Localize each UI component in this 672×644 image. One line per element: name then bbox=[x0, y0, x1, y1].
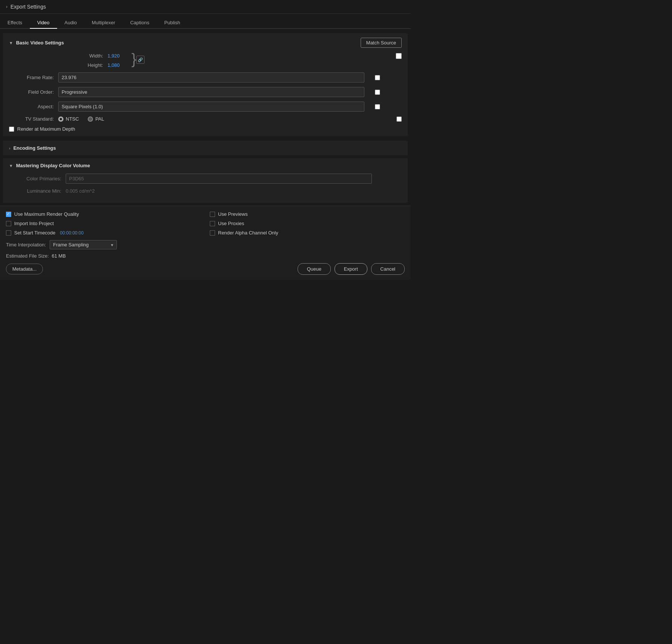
bracket-connector: } 🔗 bbox=[131, 53, 144, 66]
set-start-timecode-option[interactable]: Set Start Timecode 00:00:00:00 bbox=[6, 230, 201, 236]
mastering-display-title: Mastering Display Color Volume bbox=[16, 163, 90, 168]
ntsc-label: NTSC bbox=[66, 116, 79, 122]
tab-publish[interactable]: Publish bbox=[157, 17, 188, 28]
link-icon[interactable]: 🔗 bbox=[136, 56, 144, 64]
set-start-timecode-checkbox[interactable] bbox=[6, 230, 11, 236]
export-settings-title: Export Settings bbox=[10, 4, 46, 10]
width-value: 1,920 bbox=[108, 53, 130, 59]
ntsc-radio[interactable]: NTSC bbox=[58, 116, 79, 122]
set-start-timecode-label: Set Start Timecode bbox=[14, 230, 56, 236]
render-max-depth-label: Render at Maximum Depth bbox=[17, 126, 75, 132]
use-proxies-checkbox[interactable] bbox=[210, 221, 215, 226]
basic-video-settings-section: ▼ Basic Video Settings Match Source Widt… bbox=[3, 33, 408, 136]
dimensions-row: Width: 1,920 Height: 1,080 } 🔗 bbox=[9, 53, 402, 68]
aspect-checkbox[interactable] bbox=[375, 104, 380, 109]
tv-standard-checkbox[interactable] bbox=[396, 116, 402, 122]
use-proxies-option[interactable]: Use Proxies bbox=[210, 221, 405, 226]
basic-video-settings-title: Basic Video Settings bbox=[16, 40, 64, 46]
tv-standard-label: TV Standard: bbox=[9, 116, 54, 122]
color-primaries-row: Color Primaries: P3D65 bbox=[9, 174, 402, 184]
tab-captions[interactable]: Captions bbox=[123, 17, 157, 28]
encoding-chevron-icon: › bbox=[9, 146, 10, 150]
basic-video-chevron-icon: ▼ bbox=[9, 41, 13, 45]
ntsc-radio-inner bbox=[60, 118, 62, 120]
color-primaries-select-wrapper: P3D65 bbox=[66, 174, 379, 184]
use-previews-checkbox[interactable] bbox=[210, 212, 215, 217]
cancel-button[interactable]: Cancel bbox=[371, 263, 405, 275]
time-interpolation-label: Time Interpolation: bbox=[6, 242, 46, 248]
color-primaries-label: Color Primaries: bbox=[9, 176, 61, 181]
bracket-icon: } bbox=[131, 52, 136, 66]
color-primaries-select[interactable]: P3D65 bbox=[66, 174, 372, 184]
render-alpha-only-checkbox[interactable] bbox=[210, 230, 215, 236]
field-order-checkbox[interactable] bbox=[375, 90, 380, 95]
frame-rate-select-wrapper: 23.976 24 25 29.97 30 50 59.94 60 bbox=[58, 72, 372, 83]
render-max-depth-checkbox[interactable] bbox=[9, 127, 14, 132]
time-interpolation-select[interactable]: Frame Sampling Frame Blending Optical Fl… bbox=[50, 240, 117, 249]
tv-standard-row: TV Standard: NTSC PAL bbox=[9, 116, 402, 122]
metadata-button[interactable]: Metadata... bbox=[6, 264, 43, 274]
use-previews-option[interactable]: Use Previews bbox=[210, 211, 405, 217]
import-into-project-option[interactable]: Import Into Project bbox=[6, 221, 201, 226]
queue-button[interactable]: Queue bbox=[298, 263, 331, 275]
mastering-display-section: ▼ Mastering Display Color Volume Color P… bbox=[3, 158, 408, 203]
main-content: ▼ Basic Video Settings Match Source Widt… bbox=[0, 29, 411, 206]
export-settings-header: › Export Settings bbox=[0, 0, 411, 14]
aspect-select-wrapper: Square Pixels (1.0) D1/DV NTSC (0.9091) … bbox=[58, 102, 372, 112]
aspect-select[interactable]: Square Pixels (1.0) D1/DV NTSC (0.9091) … bbox=[58, 102, 364, 112]
action-buttons: Metadata... Queue Export Cancel bbox=[6, 263, 405, 275]
luminance-min-label: Luminance Min: bbox=[9, 188, 61, 194]
width-label: Width: bbox=[58, 53, 103, 59]
tv-standard-radio-group: NTSC PAL bbox=[58, 116, 393, 122]
import-into-project-label: Import Into Project bbox=[14, 221, 54, 226]
right-action-buttons: Queue Export Cancel bbox=[298, 263, 405, 275]
pal-radio[interactable]: PAL bbox=[88, 116, 104, 122]
import-into-project-checkbox[interactable] bbox=[6, 221, 11, 226]
height-value: 1,080 bbox=[108, 62, 130, 68]
match-source-button[interactable]: Match Source bbox=[361, 38, 402, 48]
luminance-min-row: Luminance Min: 0.005 cd/m^2 bbox=[9, 188, 402, 194]
tab-effects[interactable]: Effects bbox=[0, 17, 30, 28]
width-row: Width: 1,920 bbox=[58, 53, 130, 59]
render-alpha-only-option[interactable]: Render Alpha Channel Only bbox=[210, 230, 405, 236]
export-button[interactable]: Export bbox=[335, 263, 367, 275]
bottom-bar: Use Maximum Render Quality Use Previews … bbox=[0, 206, 411, 280]
tab-audio[interactable]: Audio bbox=[57, 17, 84, 28]
use-max-render-quality-option[interactable]: Use Maximum Render Quality bbox=[6, 211, 201, 217]
frame-rate-row: Frame Rate: 23.976 24 25 29.97 30 50 59.… bbox=[9, 72, 402, 83]
mastering-display-header: ▼ Mastering Display Color Volume bbox=[9, 163, 402, 168]
mastering-chevron-icon: ▼ bbox=[9, 164, 13, 168]
timecode-value: 00:00:00:00 bbox=[60, 230, 84, 236]
aspect-label: Aspect: bbox=[9, 104, 54, 109]
frame-rate-checkbox[interactable] bbox=[375, 75, 380, 80]
height-label: Height: bbox=[58, 62, 103, 68]
estimated-file-size-label: Estimated File Size: bbox=[6, 253, 49, 259]
estimated-file-size-row: Estimated File Size: 61 MB bbox=[6, 253, 405, 259]
height-row: Height: 1,080 bbox=[58, 62, 130, 68]
chevron-right-icon: › bbox=[6, 4, 7, 9]
use-max-render-quality-checkbox[interactable] bbox=[6, 212, 11, 217]
pal-radio-circle bbox=[88, 116, 93, 122]
dimensions-checkbox[interactable] bbox=[396, 53, 402, 59]
tab-multiplexer[interactable]: Multiplexer bbox=[84, 17, 123, 28]
field-order-select[interactable]: Progressive Upper First Lower First bbox=[58, 87, 364, 97]
use-max-render-quality-label: Use Maximum Render Quality bbox=[14, 211, 79, 217]
basic-video-settings-header: ▼ Basic Video Settings Match Source bbox=[9, 38, 402, 48]
encoding-settings-title: Encoding Settings bbox=[13, 145, 56, 151]
encoding-settings-header[interactable]: › Encoding Settings bbox=[9, 145, 402, 151]
bottom-options: Use Maximum Render Quality Use Previews … bbox=[6, 211, 405, 236]
dimensions-values: Width: 1,920 Height: 1,080 bbox=[58, 53, 130, 68]
frame-rate-label: Frame Rate: bbox=[9, 75, 54, 80]
encoding-settings-section: › Encoding Settings bbox=[3, 141, 408, 155]
field-order-label: Field Order: bbox=[9, 89, 54, 95]
aspect-row: Aspect: Square Pixels (1.0) D1/DV NTSC (… bbox=[9, 102, 402, 112]
time-interpolation-row: Time Interpolation: Frame Sampling Frame… bbox=[6, 240, 405, 249]
pal-label: PAL bbox=[95, 116, 104, 122]
field-order-select-wrapper: Progressive Upper First Lower First bbox=[58, 87, 372, 97]
tab-video[interactable]: Video bbox=[30, 17, 57, 28]
ntsc-radio-circle bbox=[58, 116, 63, 122]
luminance-min-value: 0.005 cd/m^2 bbox=[66, 188, 95, 194]
time-interpolation-select-wrapper: Frame Sampling Frame Blending Optical Fl… bbox=[50, 240, 117, 249]
render-max-depth-row: Render at Maximum Depth bbox=[9, 126, 402, 132]
frame-rate-select[interactable]: 23.976 24 25 29.97 30 50 59.94 60 bbox=[58, 72, 364, 83]
